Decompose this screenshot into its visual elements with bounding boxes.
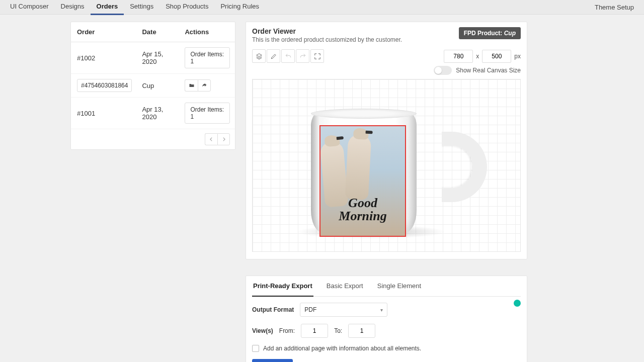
info-icon[interactable] [514,300,521,307]
output-format-label: Output Format [252,306,294,313]
export-card: Print-Ready Export Basic Export Single E… [246,276,527,362]
edit-button[interactable] [267,49,280,63]
chevron-left-icon [209,137,214,142]
design-bounding-box[interactable]: GoodMorning [319,125,406,237]
canvas-width-input[interactable] [444,50,473,63]
order-id: #4754603081864 [77,79,132,92]
canvas-toolbar [252,49,324,63]
theme-setup-link[interactable]: Theme Setup [589,0,640,15]
prev-page-button[interactable] [205,133,217,145]
viewer-title: Order Viewer [252,27,402,35]
viewer-subtitle: This is the ordered product customized b… [252,36,402,43]
tab-ui-composer[interactable]: UI Composer [4,0,55,15]
download-button[interactable]: Download [252,359,293,362]
right-panel: Order Viewer This is the ordered product… [246,22,527,362]
views-label: View(s) [252,327,273,334]
tab-pricing-rules[interactable]: Pricing Rules [214,0,265,15]
col-order: Order [71,22,137,42]
next-page-button[interactable] [217,133,230,145]
from-label: From: [279,327,295,334]
expand-button[interactable] [310,49,324,63]
layers-icon [256,53,263,60]
order-id: #1001 [71,98,137,129]
col-date: Date [137,22,180,42]
tab-single-element[interactable]: Single Element [376,276,422,296]
undo-button[interactable] [281,49,295,63]
output-format-select[interactable]: PDF [300,303,387,317]
real-size-label: Show Real Canvas Size [456,67,521,74]
tab-orders[interactable]: Orders [91,0,124,15]
share-icon [201,82,207,88]
order-items-button[interactable]: Order Items: 1 [185,103,230,124]
real-size-toggle[interactable] [434,66,452,75]
forward-order-button[interactable] [198,79,211,92]
design-text: GoodMorning [320,197,405,223]
order-product: Cup [137,74,180,98]
table-row[interactable]: #4754603081864 Cup [71,74,235,98]
chevron-right-icon [221,137,226,142]
to-label: To: [334,327,342,334]
tab-designs[interactable]: Designs [55,0,91,15]
views-from-input[interactable] [301,324,328,338]
order-date: Apr 15, 2020 [137,42,180,74]
pager [71,129,235,149]
col-actions: Actions [180,22,235,42]
order-id: #1002 [71,42,137,74]
orders-panel: Order Date Actions #1002 Apr 15, 2020 Or… [70,22,235,150]
pencil-icon [270,53,277,60]
tab-print-ready-export[interactable]: Print-Ready Export [252,276,313,297]
undo-icon [285,53,292,60]
folder-icon [189,82,195,88]
canvas-height-input[interactable] [482,50,511,63]
table-row[interactable]: #1002 Apr 15, 2020 Order Items: 1 [71,42,235,74]
views-to-input[interactable] [348,324,375,338]
additional-page-checkbox[interactable] [252,345,259,352]
redo-icon [299,53,306,60]
order-items-button[interactable]: Order Items: 1 [185,47,230,68]
dim-separator: x [476,53,479,60]
export-tabs: Print-Ready Export Basic Export Single E… [252,276,521,297]
mug-product: GoodMorning [311,97,462,235]
expand-icon [314,53,321,60]
open-order-button[interactable] [185,79,198,92]
tab-basic-export[interactable]: Basic Export [326,276,364,296]
order-viewer-card: Order Viewer This is the ordered product… [246,22,527,259]
order-date: Apr 13, 2020 [137,98,180,129]
canvas-area[interactable]: GoodMorning [252,79,521,252]
tab-shop-products[interactable]: Shop Products [159,0,214,15]
redo-button[interactable] [296,49,309,63]
table-row[interactable]: #1001 Apr 13, 2020 Order Items: 1 [71,98,235,129]
tab-settings[interactable]: Settings [124,0,159,15]
canvas-dimensions: x px [444,50,521,63]
px-label: px [514,53,521,60]
nav-tabs: UI Composer Designs Orders Settings Shop… [4,0,265,15]
fpd-product-button[interactable]: FPD Product: Cup [459,27,521,39]
top-nav: UI Composer Designs Orders Settings Shop… [0,0,644,15]
additional-page-label: Add an additional page with information … [263,345,421,352]
layers-button[interactable] [252,49,266,63]
